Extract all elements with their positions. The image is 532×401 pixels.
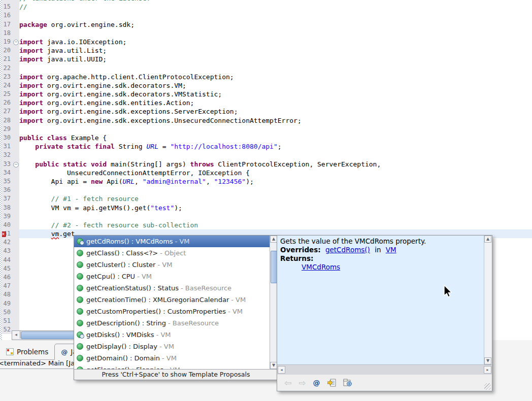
at-icon: @: [61, 348, 68, 356]
scroll-left-icon[interactable]: ◂: [12, 331, 20, 339]
open-in-browser-icon[interactable]: [343, 379, 352, 387]
fold-margin: [13, 177, 19, 186]
scroll-down-icon[interactable]: ▼: [270, 362, 277, 369]
code-text: [19, 64, 532, 73]
completion-origin: - Object: [160, 249, 186, 257]
fold-margin: [13, 125, 19, 133]
code-line[interactable]: 27import org.ovirt.engine.sdk.exceptions…: [0, 107, 532, 116]
code-line[interactable]: 40 // #2 - fecth resource sub-collection: [0, 221, 532, 229]
fold-margin: [13, 299, 19, 308]
forward-icon[interactable]: ⇨: [298, 379, 306, 387]
completion-origin: - VM: [159, 343, 174, 350]
code-text: import org.ovirt.engine.sdk.exceptions.U…: [19, 116, 532, 125]
code-line[interactable]: 18: [0, 29, 532, 38]
tab-label: Problems: [17, 348, 48, 356]
code-text: // #1 - fetch resource: [19, 194, 532, 203]
code-line[interactable]: 25import org.ovirt.engine.sdk.decorators…: [0, 90, 532, 98]
code-line[interactable]: 23import org.apache.http.client.ClientPr…: [0, 73, 532, 81]
overrides-class-link[interactable]: VM: [386, 246, 396, 254]
code-line[interactable]: 30public class Example {: [0, 133, 532, 142]
code-text: public class Example {: [19, 133, 532, 142]
completion-item[interactable]: getCluster() : Cluster- VM: [74, 259, 270, 271]
scroll-up-icon[interactable]: ▲: [270, 236, 277, 243]
code-line[interactable]: 16: [0, 11, 532, 20]
completion-item[interactable]: ◦getDisks() : VMDisks- VM: [74, 329, 270, 341]
code-line[interactable]: 36: [0, 186, 532, 194]
code-line[interactable]: 20import java.util.List;: [0, 46, 532, 55]
completion-label: getCreationTime() : XMLGregorianCalendar: [86, 296, 229, 304]
fold-collapse-icon[interactable]: −: [13, 38, 19, 46]
code-line[interactable]: 37 // #1 - fetch resource: [0, 194, 532, 203]
completion-item[interactable]: getDomain() : Domain- VM: [74, 352, 270, 364]
fold-margin: [13, 81, 19, 90]
scroll-left-icon[interactable]: ◂: [278, 366, 285, 374]
console-status-text: <terminated> Main [Ja: [0, 359, 75, 367]
code-line[interactable]: 33− public static void main(String[] arg…: [0, 160, 532, 169]
completion-item[interactable]: getCreationTime() : XMLGregorianCalendar…: [74, 294, 270, 306]
code-text: import org.ovirt.engine.sdk.decorators.V…: [19, 81, 532, 90]
code-line[interactable]: 39: [0, 212, 532, 221]
code-text: //: [19, 3, 532, 11]
back-icon[interactable]: ⇦: [284, 379, 291, 387]
code-line[interactable]: 29: [0, 125, 532, 133]
code-line[interactable]: 21import java.util.UUID;: [0, 55, 532, 63]
completion-item[interactable]: getFloppies() : Floppies- VM: [74, 364, 270, 369]
completion-item[interactable]: getDescription() : String- BaseResource: [74, 317, 270, 329]
public-method-icon: [77, 261, 83, 268]
javadoc-toolbar: ⇦ ⇨ @: [277, 375, 492, 391]
completion-item[interactable]: getCustomProperties() : CustomProperties…: [74, 306, 270, 317]
completion-item[interactable]: ◦getCdRoms() : VMCdRoms- VM: [74, 236, 270, 247]
completion-label: getDisplay() : Display: [86, 343, 157, 350]
completion-item[interactable]: getCreationStatus() : Status- BaseResour…: [74, 282, 270, 294]
scroll-right-icon[interactable]: ▸: [484, 366, 491, 374]
code-line[interactable]: 19−import java.io.IOException;: [0, 38, 532, 46]
code-text: // #2 - fecth resource sub-collection: [19, 221, 532, 229]
code-line[interactable]: 26import org.ovirt.engine.sdk.entities.A…: [0, 98, 532, 107]
code-text: import java.util.UUID;: [19, 55, 532, 63]
content-assist-popup: ◦getCdRoms() : VMCdRoms- VMgetClass() : …: [74, 235, 278, 380]
overrides-method-link[interactable]: getCdRoms(): [325, 246, 370, 254]
resize-grip[interactable]: [484, 383, 491, 390]
code-text: [19, 11, 532, 20]
completion-item[interactable]: getDisplay() : Display- VM: [74, 341, 270, 352]
code-text: Api api = new Api(URL, "admin@internal",…: [19, 177, 532, 186]
javadoc-vertical-scrollbar[interactable]: ▲ ▼: [484, 236, 492, 364]
code-text: VM vm = api.getVMs().get("test");: [19, 204, 532, 212]
javadoc-returns-label-line: Returns:: [280, 254, 481, 263]
fold-margin: [13, 238, 19, 247]
annotation-ruler: [0, 0, 2, 340]
scroll-down-icon[interactable]: ▼: [484, 357, 491, 364]
fold-margin: [13, 90, 19, 98]
fold-collapse-icon[interactable]: −: [13, 160, 19, 169]
completion-label: getCpu() : CPU: [86, 273, 135, 280]
template-proposals-hint: Press 'Ctrl+Space' to show Template Prop…: [74, 369, 278, 380]
javadoc-content: Gets the value of the VMCdRoms property.…: [277, 236, 484, 364]
completion-item[interactable]: getCpu() : CPU- VM: [74, 271, 270, 282]
code-line[interactable]: 34 UnsecuredConnectionAttemptError, IOEx…: [0, 169, 532, 177]
completion-origin: - VM: [137, 273, 152, 280]
fold-margin: [13, 46, 19, 55]
mouse-cursor: [443, 285, 452, 298]
code-line[interactable]: 28import org.ovirt.engine.sdk.exceptions…: [0, 116, 532, 125]
javadoc-hover-panel: Gets the value of the VMCdRoms property.…: [277, 235, 492, 391]
completion-list[interactable]: ◦getCdRoms() : VMCdRoms- VMgetClass() : …: [74, 236, 270, 369]
code-line[interactable]: 38 VM vm = api.getVMs().get("test");: [0, 204, 532, 212]
show-in-javadoc-view-icon[interactable]: [327, 379, 336, 387]
code-line[interactable]: 17package org.ovirt.engine.sdk;: [0, 20, 532, 29]
completion-item[interactable]: getClass() : Class<?>- Object: [74, 247, 270, 259]
public-method-icon: [77, 308, 83, 315]
code-line[interactable]: 22: [0, 64, 532, 73]
code-line[interactable]: 31 private static final String URL = "ht…: [0, 142, 532, 151]
code-line[interactable]: 24import org.ovirt.engine.sdk.decorators…: [0, 81, 532, 90]
code-line[interactable]: 15//: [0, 3, 532, 11]
tab-problems[interactable]: Problems: [0, 344, 54, 359]
show-attached-javadoc-icon[interactable]: @: [313, 379, 320, 387]
returns-type-link[interactable]: VMCdRoms: [302, 263, 340, 271]
public-method-icon: [77, 320, 83, 326]
code-line[interactable]: 35 Api api = new Api(URL, "admin@interna…: [0, 177, 532, 186]
fold-margin: [13, 282, 19, 290]
fold-margin: [13, 11, 19, 20]
scroll-up-icon[interactable]: ▲: [484, 236, 491, 243]
code-line[interactable]: 32: [0, 151, 532, 159]
javadoc-horizontal-scrollbar[interactable]: ◂ ▸: [277, 364, 492, 375]
